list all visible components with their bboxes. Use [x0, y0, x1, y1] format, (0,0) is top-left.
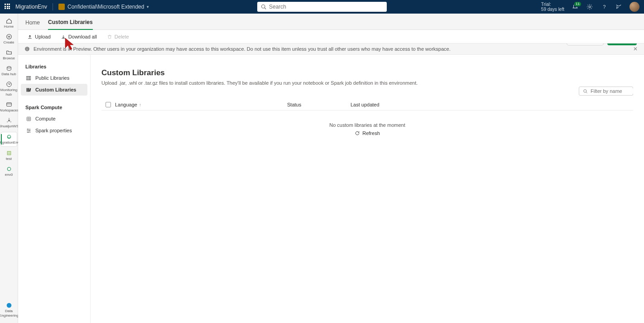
svg-rect-19	[28, 76, 29, 80]
search-icon	[583, 89, 588, 94]
svg-text:?: ?	[603, 4, 606, 10]
refresh-label: Refresh	[362, 130, 380, 136]
sensitivity-label-dropdown[interactable]: Confidential\Microsoft Extended ▾	[58, 4, 149, 10]
environment-name[interactable]: MigrationEnv	[15, 4, 47, 10]
rail-datahub[interactable]: Data hub	[1, 64, 17, 78]
sidepanel-item-label: Compute	[35, 116, 56, 121]
rail-label: Workspaces	[0, 108, 19, 113]
svg-point-14	[7, 167, 11, 171]
rail-label: ShuaijunWS	[0, 124, 19, 129]
sidepanel-item-label: Spark properties	[35, 128, 72, 133]
rail-label: Home	[4, 24, 14, 29]
svg-point-26	[29, 130, 30, 131]
filter-input-wrapper[interactable]	[579, 87, 633, 96]
filter-input[interactable]	[591, 88, 644, 94]
trash-icon	[107, 34, 112, 39]
delete-button[interactable]: Delete	[103, 33, 133, 41]
svg-point-27	[27, 131, 28, 132]
sidepanel-item-label: Custom Libraries	[35, 87, 76, 92]
sidepanel-item-public-libraries[interactable]: Public Libraries	[21, 72, 87, 84]
download-all-button[interactable]: Download all	[57, 33, 101, 41]
folder-icon	[6, 49, 12, 56]
compute-icon	[25, 116, 32, 122]
upload-button[interactable]: Upload	[24, 33, 54, 41]
page-area: Home Custom Libraries Editing ▾ Share Up…	[18, 14, 644, 323]
rail-label: MigrationEnv	[0, 140, 19, 145]
svg-point-25	[27, 129, 28, 130]
svg-point-0	[262, 5, 265, 9]
help-button[interactable]: ?	[601, 3, 608, 10]
rail-monitoring[interactable]: Monitoring hub	[1, 80, 17, 98]
svg-rect-22	[28, 88, 29, 92]
svg-line-29	[586, 92, 587, 93]
content-pane: Custom Libraries Upload .jar, .whl or .t…	[91, 55, 644, 323]
search-icon	[261, 4, 266, 10]
svg-rect-7	[6, 103, 11, 106]
svg-point-10	[7, 121, 8, 122]
app-launcher-icon[interactable]	[5, 4, 11, 10]
rail-migrationenv[interactable]: MigrationEnv	[1, 132, 17, 147]
banner-close-button[interactable]: ✕	[633, 46, 638, 52]
environment-icon	[6, 134, 12, 140]
rail-home[interactable]: Home	[1, 16, 17, 30]
column-header-language[interactable]: Language ↑	[115, 102, 287, 107]
upload-icon	[27, 34, 33, 39]
settings-sidepanel: Libraries Public Libraries Custom Librar…	[18, 55, 91, 323]
rail-label: Browse	[3, 56, 15, 61]
chevron-down-icon: ▾	[147, 5, 149, 9]
tab-home[interactable]: Home	[25, 19, 40, 29]
sort-ascending-icon: ↑	[139, 102, 141, 107]
feedback-button[interactable]	[615, 3, 622, 10]
sensitivity-label-text: Confidential\Microsoft Extended	[67, 4, 144, 10]
banner-text: Environment is in Preview. Other users i…	[34, 46, 451, 52]
svg-rect-18	[26, 76, 27, 80]
spark-properties-icon	[25, 127, 32, 134]
svg-rect-23	[27, 117, 30, 121]
breadcrumb-bar: Home Custom Libraries	[18, 14, 644, 30]
rail-test[interactable]: test	[1, 149, 17, 163]
sidepanel-item-label: Public Libraries	[35, 75, 69, 81]
user-avatar[interactable]	[630, 2, 639, 12]
public-libraries-icon	[25, 75, 32, 81]
page-subtitle: Upload .jar, .whl or .tar.gz files to in…	[101, 80, 633, 86]
trial-status[interactable]: Trial: 59 days left	[541, 2, 564, 12]
col-status-label: Status	[287, 102, 301, 107]
empty-message: No custom libraries at the moment	[101, 122, 633, 128]
svg-rect-21	[26, 88, 27, 92]
notifications-button[interactable]: 11	[572, 3, 579, 10]
custom-libraries-icon	[25, 87, 32, 93]
rail-label: Monitoring hub	[0, 88, 17, 97]
col-language-label: Language	[115, 102, 137, 107]
rail-create[interactable]: Create	[1, 32, 17, 46]
rail-browse[interactable]: Browse	[1, 48, 17, 62]
svg-rect-20	[29, 76, 30, 80]
col-updated-label: Last updated	[351, 102, 380, 107]
workspaces-icon	[6, 101, 12, 108]
rail-env0[interactable]: env0	[1, 164, 17, 178]
shield-icon	[58, 4, 65, 10]
select-all-checkbox[interactable]	[106, 102, 111, 107]
tab-custom-libraries[interactable]: Custom Libraries	[48, 19, 93, 30]
rail-label: Data Engineering	[0, 309, 19, 318]
left-nav-rail: Home Create Browse Data hub Monitoring h…	[0, 14, 18, 323]
app-header: MigrationEnv Confidential\Microsoft Exte…	[0, 0, 644, 14]
svg-point-2	[589, 6, 591, 8]
settings-button[interactable]	[586, 3, 593, 10]
delete-label: Delete	[115, 34, 129, 39]
sidepanel-item-compute[interactable]: Compute	[21, 113, 87, 125]
sidepanel-item-custom-libraries[interactable]: Custom Libraries	[21, 84, 87, 96]
refresh-button[interactable]: Refresh	[355, 130, 380, 136]
search-input-wrapper[interactable]	[257, 2, 387, 12]
rail-label: Data hub	[1, 72, 16, 77]
search-input[interactable]	[269, 4, 383, 10]
svg-point-5	[7, 67, 11, 68]
separator	[53, 3, 53, 10]
upload-label: Upload	[35, 34, 51, 39]
rail-workspaces[interactable]: Workspaces	[1, 100, 17, 114]
column-header-status[interactable]: Status	[287, 102, 351, 107]
sidepanel-item-spark-properties[interactable]: Spark properties	[21, 125, 87, 136]
rail-label: env0	[5, 173, 13, 177]
rail-workspace-shuaijun[interactable]: ShuaijunWS	[1, 116, 17, 130]
rail-persona[interactable]: Data Engineering	[1, 301, 17, 319]
column-header-last-updated[interactable]: Last updated	[351, 102, 633, 107]
